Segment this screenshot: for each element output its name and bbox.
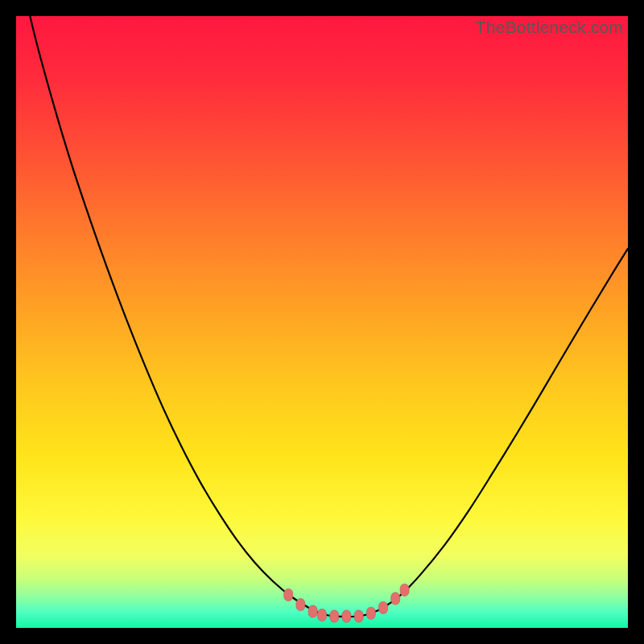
curve-marker [391, 592, 400, 605]
curve-layer [16, 16, 628, 628]
plot-area: TheBottleneck.com [16, 16, 628, 628]
curve-marker [308, 605, 317, 617]
watermark-text: TheBottleneck.com [476, 18, 623, 37]
chart-frame: TheBottleneck.com [0, 0, 644, 644]
curve-marker [296, 599, 305, 611]
curve-marker [284, 588, 293, 601]
bottleneck-curve [16, 16, 628, 617]
curve-marker [354, 610, 363, 622]
curve-marker [366, 607, 375, 619]
curve-marker [379, 601, 388, 613]
curve-marker [318, 609, 327, 621]
curve-marker [330, 610, 339, 622]
curve-marker [400, 584, 409, 596]
curve-marker [342, 610, 351, 622]
